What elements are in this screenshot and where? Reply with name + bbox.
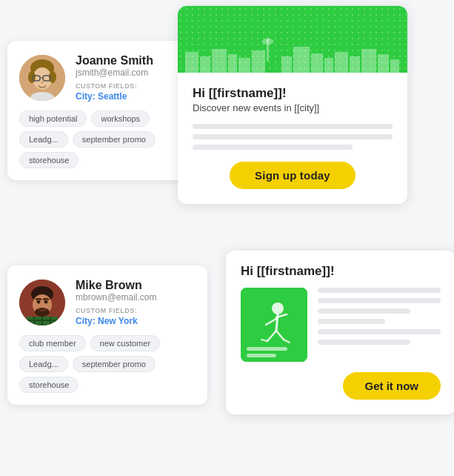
contact-email-2: mbrown@email.com <box>76 292 157 303</box>
email-lines-1 <box>193 124 393 150</box>
contact-header-2: Mike Brown mbrown@email.com CUSTOM FIELD… <box>19 279 196 326</box>
email-greeting-1: Hi [[firstname]]! <box>193 86 393 101</box>
email-line-3 <box>193 145 353 150</box>
tag-2-1[interactable]: new customer <box>90 335 160 351</box>
email-line-1 <box>193 124 393 129</box>
tag-2-3[interactable]: september promo <box>73 356 156 372</box>
contact-card-1: Joanne Smith jsmith@email.com CUSTOM FIE… <box>7 41 200 180</box>
contact-email-1: jsmith@email.com <box>76 67 153 78</box>
tag-1-1[interactable]: workshops <box>91 110 150 127</box>
svg-rect-48 <box>247 347 287 351</box>
svg-point-31 <box>35 308 50 317</box>
email-body-1: Hi [[firstname]]! Discover new events in… <box>178 73 407 204</box>
tag-1-4[interactable]: storehouse <box>19 152 79 168</box>
custom-fields-label-1: CUSTOM FIELDS: <box>76 82 153 90</box>
svg-rect-18 <box>252 50 265 73</box>
email2-text-line-5 <box>318 329 441 334</box>
email-subtext-1: Discover new events in [[city]] <box>193 102 393 113</box>
svg-point-2 <box>33 67 52 90</box>
svg-rect-26 <box>378 54 389 73</box>
custom-fields-value-2: City: New York <box>76 316 157 326</box>
contact-info-1: Joanne Smith jsmith@email.com CUSTOM FIE… <box>76 54 153 102</box>
email2-content <box>241 288 441 362</box>
svg-point-37 <box>37 300 41 304</box>
svg-rect-23 <box>335 52 348 73</box>
svg-rect-14 <box>200 56 210 73</box>
svg-point-38 <box>44 300 48 304</box>
email-cta-wrap-1: Sign up today <box>193 162 393 189</box>
tag-1-3[interactable]: september promo <box>73 131 156 148</box>
contact-info-2: Mike Brown mbrown@email.com CUSTOM FIELD… <box>76 279 157 326</box>
svg-rect-19 <box>281 56 292 73</box>
email2-image-block <box>241 288 307 362</box>
email2-text-line-2 <box>318 298 441 303</box>
email2-text-line-3 <box>318 308 410 314</box>
sign-up-today-button[interactable]: Sign up today <box>230 162 355 189</box>
email-card-1: Hi [[firstname]]! Discover new events in… <box>178 6 407 204</box>
banner-skyline-icon <box>178 36 407 73</box>
svg-point-40 <box>272 303 284 314</box>
svg-marker-12 <box>267 36 269 42</box>
get-it-now-button[interactable]: Get it now <box>343 372 441 400</box>
avatar-2 <box>19 280 65 325</box>
email2-text-line-1 <box>318 288 441 293</box>
svg-point-8 <box>41 82 44 84</box>
tags-1: high potential workshops Leadg... septem… <box>19 110 188 168</box>
svg-rect-20 <box>293 47 310 73</box>
svg-rect-22 <box>324 58 333 73</box>
svg-rect-27 <box>390 59 399 73</box>
tag-2-0[interactable]: club member <box>19 335 86 351</box>
tag-1-0[interactable]: high potential <box>19 110 87 127</box>
contact-name-1: Joanne Smith <box>76 54 153 67</box>
tag-2-4[interactable]: storehouse <box>19 377 79 393</box>
svg-rect-13 <box>185 52 198 73</box>
email2-cta-wrap: Get it now <box>241 372 441 400</box>
tag-2-2[interactable]: Leadg... <box>19 356 68 372</box>
svg-rect-25 <box>361 49 376 73</box>
svg-rect-15 <box>212 49 227 73</box>
contact-header-1: Joanne Smith jsmith@email.com CUSTOM FIE… <box>19 54 188 102</box>
email2-text-line-6 <box>318 340 410 345</box>
email-greeting-2: Hi [[firstname]]! <box>241 264 441 279</box>
contact-card-2: Mike Brown mbrown@email.com CUSTOM FIELD… <box>7 265 207 405</box>
custom-fields-label-2: CUSTOM FIELDS: <box>76 307 157 314</box>
avatar-1 <box>19 55 65 101</box>
email-card-2: Hi [[firstname]]! <box>226 251 454 414</box>
tags-2: club member new customer Leadg... septem… <box>19 335 196 393</box>
custom-fields-value-1: City: Seattle <box>76 91 153 102</box>
email2-text-lines <box>318 288 441 350</box>
email-line-2 <box>193 134 393 139</box>
svg-rect-17 <box>238 58 250 73</box>
tag-1-2[interactable]: Leadg... <box>19 131 68 148</box>
email-banner-1 <box>178 6 407 73</box>
email2-text-line-4 <box>318 319 385 324</box>
svg-rect-16 <box>228 54 237 73</box>
svg-rect-49 <box>247 354 276 357</box>
svg-rect-24 <box>350 56 360 73</box>
contact-name-2: Mike Brown <box>76 279 157 292</box>
svg-rect-21 <box>311 53 323 73</box>
